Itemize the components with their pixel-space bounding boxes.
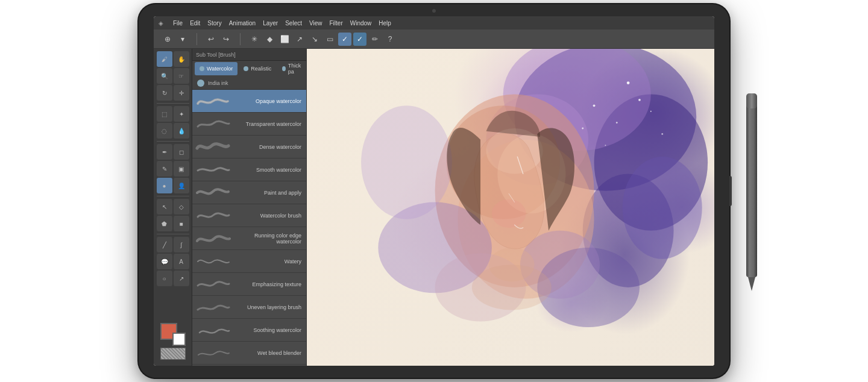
brush-item-wetbleed[interactable]: Wet bleed blender bbox=[192, 342, 306, 365]
svg-point-19 bbox=[661, 133, 663, 135]
svg-point-18 bbox=[638, 99, 641, 101]
rotate-tool[interactable]: ↻ bbox=[157, 85, 172, 101]
rotate-icon[interactable]: ✳ bbox=[248, 33, 261, 46]
canvas-area[interactable] bbox=[307, 49, 714, 366]
menu-animation[interactable]: Animation bbox=[229, 20, 256, 27]
texture-swatch[interactable] bbox=[160, 348, 186, 360]
pen-icon[interactable]: ✏ bbox=[368, 33, 382, 46]
brush-name-smooth: Smooth watercolor bbox=[231, 167, 303, 173]
menu-layer[interactable]: Layer bbox=[263, 20, 278, 27]
screen: ◈ File Edit Story Animation Layer Select… bbox=[154, 16, 714, 366]
rect-fill-tool[interactable]: ■ bbox=[174, 216, 189, 231]
stylus-svg bbox=[743, 87, 761, 292]
pen-tool[interactable]: ✒ bbox=[157, 144, 172, 160]
svg-point-21 bbox=[605, 145, 606, 146]
india-ink-row[interactable]: India ink bbox=[192, 77, 306, 90]
tool-sep-4 bbox=[157, 234, 189, 234]
menu-story[interactable]: Story bbox=[207, 20, 221, 27]
zoom-tool[interactable]: 🔍 bbox=[157, 68, 172, 84]
svg-point-16 bbox=[593, 104, 596, 107]
menu-window[interactable]: Window bbox=[350, 20, 372, 27]
curve-tool[interactable]: ∫ bbox=[174, 237, 189, 252]
person-tool[interactable]: 👤 bbox=[174, 178, 189, 193]
tab-label-watercolor: Watercolor bbox=[207, 66, 233, 72]
background-color[interactable] bbox=[172, 333, 186, 346]
eyedrop-tool[interactable]: 💧 bbox=[174, 123, 189, 139]
brush-preview-waterbrush bbox=[195, 207, 231, 225]
scene: ◈ File Edit Story Animation Layer Select… bbox=[0, 0, 868, 382]
tab-dot-thick bbox=[282, 66, 286, 71]
brush-item-watery[interactable]: Watery bbox=[192, 250, 306, 273]
tab-label-thick: Thick pa bbox=[288, 63, 303, 75]
watercolor-art bbox=[307, 49, 714, 366]
svg-point-22 bbox=[582, 128, 583, 130]
tool-row-7: ✎ ▣ bbox=[157, 161, 189, 177]
brush-item-dense[interactable]: Dense watercolor bbox=[192, 136, 306, 158]
bubble-tool[interactable]: ○ bbox=[157, 271, 172, 286]
arrow-tool[interactable]: ↖ bbox=[157, 199, 172, 214]
color-pair[interactable] bbox=[160, 323, 186, 346]
crop-icon[interactable]: ⬜ bbox=[278, 33, 291, 46]
brush-item-emphasize[interactable]: Emphasizing texture bbox=[192, 273, 306, 296]
navigator-icon[interactable]: ⊕ bbox=[161, 33, 174, 46]
brush-preview-smooth bbox=[195, 161, 231, 179]
draw-tool-active[interactable]: ● bbox=[157, 178, 172, 193]
brush-item-transparent[interactable]: Transparent watercolor bbox=[192, 113, 306, 136]
menu-filter[interactable]: Filter bbox=[329, 20, 342, 27]
tool-sep-1 bbox=[157, 103, 189, 104]
fill-tool[interactable]: ⬟ bbox=[157, 216, 172, 231]
brush-item-running[interactable]: Running color edge watercolor bbox=[192, 227, 306, 250]
menu-view[interactable]: View bbox=[309, 20, 322, 27]
brush-tool[interactable]: 🖌 bbox=[157, 51, 172, 67]
menu-file[interactable]: File bbox=[173, 20, 183, 27]
tab-watercolor[interactable]: Watercolor bbox=[195, 62, 237, 75]
frame-icon[interactable]: ▭ bbox=[323, 33, 336, 46]
fill-bucket-tool[interactable]: ▣ bbox=[174, 161, 189, 177]
select-check2-icon[interactable]: ✓ bbox=[353, 33, 366, 46]
lasso-tool[interactable]: ◌ bbox=[157, 123, 172, 139]
transform-tool[interactable]: ✛ bbox=[174, 85, 189, 101]
eraser-tool[interactable]: ◻ bbox=[174, 144, 189, 160]
brush-preview-opaque bbox=[195, 92, 231, 110]
scale-icon[interactable]: ↘ bbox=[308, 33, 321, 46]
brush-list[interactable]: Opaque watercolor Transparent watercolor bbox=[192, 90, 306, 366]
brush-item-smooth[interactable]: Smooth watercolor bbox=[192, 158, 306, 181]
brush-item-waterbrush[interactable]: Watercolor brush bbox=[192, 204, 306, 227]
brush-preview-paint bbox=[195, 184, 231, 202]
brush-item-uneven[interactable]: Uneven layering brush bbox=[192, 296, 306, 319]
magic-wand-tool[interactable]: ✦ bbox=[174, 106, 189, 122]
brush-name-wetbleed: Wet bleed blender bbox=[231, 350, 303, 356]
menu-select[interactable]: Select bbox=[285, 20, 302, 27]
tool-row-9: ↖ ◇ bbox=[157, 199, 189, 214]
line-tool[interactable]: ╱ bbox=[157, 237, 172, 252]
select-check-icon[interactable]: ✓ bbox=[338, 33, 351, 46]
hand-tool[interactable]: ☞ bbox=[174, 68, 189, 84]
menu-help[interactable]: Help bbox=[379, 20, 391, 27]
main-area: 🖌 ✋ 🔍 ☞ ↻ ✛ ⬚ ✦ bbox=[154, 49, 714, 366]
tab-label-realistic: Realistic bbox=[251, 66, 271, 72]
undo-button[interactable]: ↩ bbox=[204, 33, 218, 46]
menu-edit[interactable]: Edit bbox=[190, 20, 200, 27]
brush-item-soothing[interactable]: Soothing watercolor bbox=[192, 319, 306, 342]
move-tool[interactable]: ✋ bbox=[174, 51, 189, 67]
tab-realistic[interactable]: Realistic bbox=[239, 62, 276, 75]
fill-icon[interactable]: ◆ bbox=[263, 33, 276, 46]
brush-name-emphasize: Emphasizing texture bbox=[231, 281, 303, 287]
toolbar-undo-group: ↩ ↪ bbox=[202, 33, 235, 46]
brush-item-paint[interactable]: Paint and apply bbox=[192, 181, 306, 204]
tab-thick[interactable]: Thick pa bbox=[277, 62, 307, 75]
svg-rect-29 bbox=[746, 99, 757, 277]
brush-name-watery: Watery bbox=[231, 258, 303, 265]
pencil-tool[interactable]: ✎ bbox=[157, 161, 172, 177]
text-tool[interactable]: A bbox=[174, 254, 189, 269]
help-circle-icon[interactable]: ? bbox=[383, 33, 397, 46]
diamond-tool[interactable]: ◇ bbox=[174, 199, 189, 214]
redo-button[interactable]: ↪ bbox=[219, 33, 233, 46]
side-button[interactable] bbox=[729, 176, 732, 206]
select-rect-tool[interactable]: ⬚ bbox=[157, 106, 172, 122]
arrow2-tool[interactable]: ↗ bbox=[174, 271, 189, 286]
brush-item-opaque[interactable]: Opaque watercolor bbox=[192, 90, 306, 113]
speech-tool[interactable]: 💬 bbox=[157, 254, 172, 269]
resize-icon[interactable]: ↗ bbox=[293, 33, 306, 46]
dropdown-icon[interactable]: ▾ bbox=[176, 33, 189, 46]
